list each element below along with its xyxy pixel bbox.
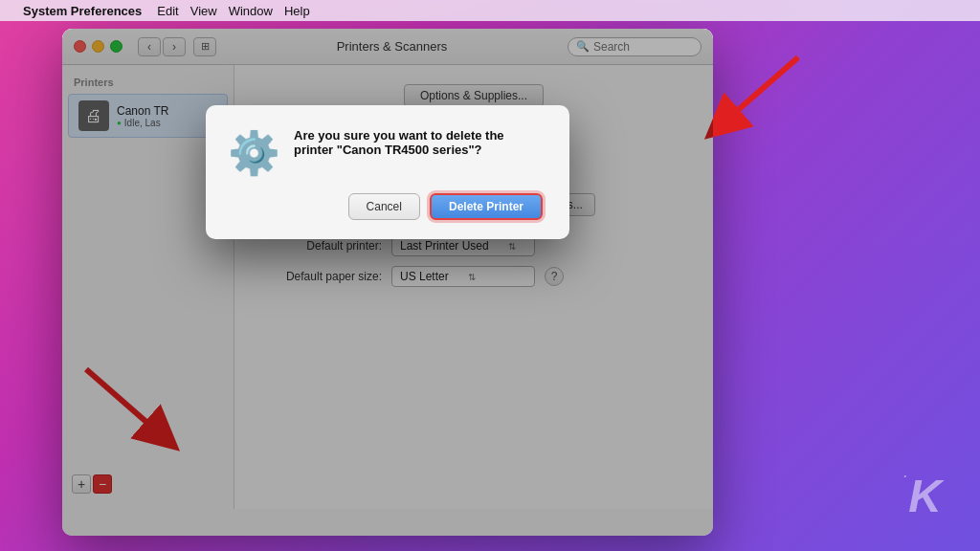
dialog-text: Are you sure you want to delete the prin… [294, 128, 543, 161]
dialog-body: ⚙️ Are you sure you want to delete the p… [229, 128, 543, 178]
svg-line-1 [722, 57, 798, 124]
dialog-title: Are you sure you want to delete the prin… [294, 128, 543, 157]
menu-window[interactable]: Window [229, 4, 273, 18]
delete-printer-button[interactable]: Delete Printer [430, 193, 543, 220]
menu-edit[interactable]: Edit [157, 4, 178, 18]
watermark-dot: · [903, 470, 906, 483]
dialog-icon: ⚙️ [229, 128, 278, 178]
watermark-letter: K [908, 471, 942, 521]
dialog-buttons: Cancel Delete Printer [229, 193, 543, 220]
app-name: System Preferences [23, 4, 142, 18]
menu-help[interactable]: Help [284, 4, 310, 18]
delete-dialog: ⚙️ Are you sure you want to delete the p… [206, 105, 569, 239]
main-window: ‹ › ⊞ Printers & Scanners 🔍 Printers 🖨 C… [62, 29, 713, 536]
watermark: ·K [903, 470, 942, 522]
cancel-button[interactable]: Cancel [348, 193, 420, 220]
menu-view[interactable]: View [190, 4, 217, 18]
gear-icon: ⚙️ [228, 128, 280, 178]
dialog-overlay: ⚙️ Are you sure you want to delete the p… [62, 29, 713, 536]
